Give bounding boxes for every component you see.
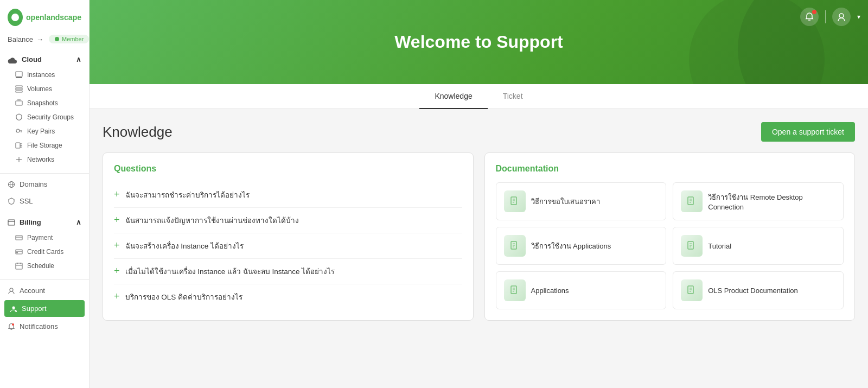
doc-item-4[interactable]: Tutorial bbox=[673, 227, 844, 265]
tab-knowledge[interactable]: Knowledge bbox=[419, 84, 487, 109]
cloud-label: Cloud bbox=[22, 55, 42, 63]
content-header: Knowledge Open a support ticket bbox=[103, 122, 855, 142]
doc-item-1[interactable]: วิธีการขอใบเสนอราคา bbox=[496, 182, 667, 220]
question-item-4[interactable]: + เมื่อไม่ได้ใช้งานเครื่อง Instance แล้ว… bbox=[114, 259, 462, 284]
doc-icon-5 bbox=[504, 279, 526, 301]
sidebar-item-file-storage[interactable]: File Storage bbox=[0, 138, 89, 152]
billing-label: Billing bbox=[20, 218, 41, 226]
expand-icon: + bbox=[114, 189, 120, 199]
doc-item-2[interactable]: วิธีการใช้งาน Remote Desktop Connection bbox=[673, 182, 844, 220]
sidebar-item-label: Credit Cards bbox=[27, 248, 63, 256]
svg-rect-4 bbox=[16, 88, 22, 90]
billing-section: Billing ∧ Payment Credit Cards Schedule bbox=[0, 209, 89, 277]
question-text: ฉันจะสร้างเครื่อง Instance ได้อย่างไร bbox=[125, 240, 244, 252]
document-icon bbox=[509, 196, 520, 207]
cloud-section-header[interactable]: Cloud ∧ bbox=[0, 51, 89, 68]
sidebar-item-label: Key Pairs bbox=[27, 128, 55, 135]
sidebar-item-key-pairs[interactable]: Key Pairs bbox=[0, 124, 89, 138]
sidebar-item-networks[interactable]: Networks bbox=[0, 152, 89, 167]
doc-item-label: วิธีการใช้งาน Applications bbox=[531, 240, 611, 252]
support-icon bbox=[10, 305, 17, 313]
document-icon bbox=[686, 196, 697, 207]
sidebar-item-label: Account bbox=[20, 287, 45, 295]
sidebar-item-credit-cards[interactable]: Credit Cards bbox=[0, 245, 89, 259]
cards-row: Questions + ฉันจะสามารถชำระค่าบริการได้อ… bbox=[103, 152, 855, 321]
sidebar-item-volumes[interactable]: Volumes bbox=[0, 82, 89, 96]
sidebar-item-instances[interactable]: Instances bbox=[0, 68, 89, 82]
doc-icon-3 bbox=[504, 235, 526, 257]
question-text: ฉันจะสามารถชำระค่าบริการได้อย่างไร bbox=[125, 189, 250, 201]
billing-section-header[interactable]: Billing ∧ bbox=[0, 214, 89, 231]
sidebar-divider bbox=[0, 173, 89, 174]
file-storage-icon bbox=[15, 142, 23, 149]
cloud-icon bbox=[8, 56, 17, 63]
sidebar-item-label: Domains bbox=[20, 180, 47, 188]
sidebar-item-domains[interactable]: Domains bbox=[0, 176, 89, 193]
question-item-2[interactable]: + ฉันสามารถแจ้งปัญหาการใช้งานผ่านช่องทาง… bbox=[114, 208, 462, 233]
user-profile-button[interactable] bbox=[832, 8, 851, 26]
sidebar-item-support[interactable]: Support bbox=[4, 300, 85, 317]
main-content: ▾ Welcome to Support Knowledge Ticket Kn… bbox=[90, 0, 868, 388]
balance-label: Balance bbox=[8, 35, 33, 43]
questions-title: Questions bbox=[114, 164, 462, 174]
svg-rect-20 bbox=[8, 220, 15, 225]
doc-item-5[interactable]: Applications bbox=[496, 271, 667, 309]
instances-icon bbox=[15, 71, 23, 79]
sidebar-item-snapshots[interactable]: Snapshots bbox=[0, 96, 89, 110]
sidebar-item-schedule[interactable]: Schedule bbox=[0, 259, 89, 273]
svg-rect-6 bbox=[16, 101, 22, 105]
sidebar-item-label: Schedule bbox=[27, 262, 54, 270]
user-icon bbox=[837, 12, 846, 22]
balance-row[interactable]: Balance → Member bbox=[0, 31, 89, 47]
logo-text: openlandscape bbox=[26, 13, 81, 22]
svg-point-33 bbox=[15, 310, 17, 311]
sidebar-item-label: Volumes bbox=[27, 85, 52, 93]
domains-icon bbox=[8, 181, 15, 188]
svg-point-35 bbox=[12, 323, 14, 326]
member-badge: Member bbox=[49, 35, 89, 43]
volumes-icon bbox=[15, 85, 23, 93]
document-icon bbox=[686, 240, 697, 251]
sidebar-item-notifications[interactable]: Notifications bbox=[0, 318, 89, 335]
doc-item-label: วิธีการใช้งาน Remote Desktop Connection bbox=[708, 192, 835, 211]
sidebar-logo: openlandscape bbox=[0, 0, 89, 31]
networks-icon bbox=[15, 156, 23, 163]
svg-rect-26 bbox=[16, 252, 18, 253]
open-ticket-button[interactable]: Open a support ticket bbox=[761, 122, 855, 142]
tab-navigation: Knowledge Ticket bbox=[90, 84, 868, 109]
question-item-5[interactable]: + บริการของ OLS คิดค่าบริการอย่างไร bbox=[114, 284, 462, 309]
doc-icon-4 bbox=[681, 235, 703, 257]
doc-item-6[interactable]: OLS Product Documentation bbox=[673, 271, 844, 309]
payment-icon bbox=[15, 234, 23, 241]
sidebar-item-account[interactable]: Account bbox=[0, 282, 89, 299]
key-pairs-icon bbox=[15, 128, 23, 135]
doc-item-label: Tutorial bbox=[708, 242, 731, 250]
questions-card: Questions + ฉันจะสามารถชำระค่าบริการได้อ… bbox=[103, 152, 474, 321]
doc-icon-2 bbox=[681, 190, 703, 212]
banner-title: Welcome to Support bbox=[394, 32, 563, 52]
question-item-3[interactable]: + ฉันจะสร้างเครื่อง Instance ได้อย่างไร bbox=[114, 233, 462, 259]
question-text: ฉันสามารถแจ้งปัญหาการใช้งานผ่านช่องทางใด… bbox=[125, 214, 299, 226]
svg-rect-1 bbox=[16, 72, 22, 77]
notification-bell-button[interactable] bbox=[800, 8, 819, 26]
sidebar-item-ssl[interactable]: SSL bbox=[0, 193, 89, 209]
dropdown-arrow-icon[interactable]: ▾ bbox=[857, 13, 860, 21]
sidebar: openlandscape Balance → Member Cloud ∧ I… bbox=[0, 0, 90, 388]
expand-icon: + bbox=[114, 215, 120, 225]
svg-point-0 bbox=[55, 37, 59, 41]
sidebar-item-security-groups[interactable]: Security Groups bbox=[0, 110, 89, 124]
sidebar-item-payment[interactable]: Payment bbox=[0, 231, 89, 245]
sidebar-item-label: File Storage bbox=[27, 142, 62, 149]
question-text: บริการของ OLS คิดค่าบริการอย่างไร bbox=[125, 291, 243, 303]
account-icon bbox=[8, 287, 15, 295]
sidebar-divider-2 bbox=[0, 279, 89, 280]
svg-rect-2 bbox=[16, 77, 22, 78]
question-item-1[interactable]: + ฉันจะสามารถชำระค่าบริการได้อย่างไร bbox=[114, 182, 462, 208]
svg-point-32 bbox=[12, 306, 15, 309]
question-text: เมื่อไม่ได้ใช้งานเครื่อง Instance แล้ว ฉ… bbox=[125, 265, 335, 277]
tab-ticket[interactable]: Ticket bbox=[488, 84, 538, 109]
doc-item-3[interactable]: วิธีการใช้งาน Applications bbox=[496, 227, 667, 265]
doc-item-label: วิธีการขอใบเสนอราคา bbox=[531, 196, 600, 207]
doc-icon-1 bbox=[504, 190, 526, 212]
notification-dot bbox=[812, 10, 816, 14]
